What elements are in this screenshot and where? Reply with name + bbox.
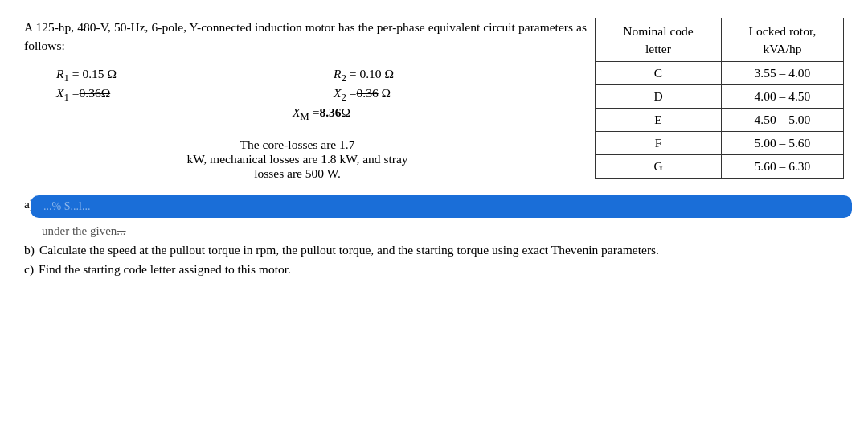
- param-X2: X2 =0.36 Ω: [334, 86, 587, 104]
- kva-table: Nominal codeletter Locked rotor,kVA/hp C…: [595, 18, 844, 179]
- part-c-text: Find the starting code letter assigned t…: [39, 262, 291, 277]
- page-container: A 125-hp, 480-V, 50-Hz, 6-pole, Y-connec…: [0, 0, 868, 427]
- table-cell-range: 3.55 – 4.00: [721, 62, 843, 85]
- redacted-highlight: ...% S...l...: [31, 195, 852, 218]
- part-a-container: a) ...% S...l...: [24, 187, 844, 221]
- part-b-text: Calculate the speed at the pullout torqu…: [39, 243, 659, 257]
- table-row: G 5.60 – 6.30: [596, 155, 844, 179]
- R2-label: R2 = 0.10 Ω: [334, 67, 394, 84]
- bottom-section: a) ...% S...l... under the given... b) C…: [24, 187, 844, 277]
- part-a-sub: under the given...: [42, 224, 126, 237]
- part-a-subtext: under the given...: [24, 224, 844, 238]
- part-c-container: c) Find the starting code letter assigne…: [24, 262, 844, 277]
- table-cell-range: 4.50 – 5.00: [721, 109, 843, 132]
- table-row: E 4.50 – 5.00: [596, 109, 844, 132]
- table-col1-header: Nominal codeletter: [596, 18, 722, 62]
- table-cell-letter: F: [596, 132, 722, 155]
- top-section: A 125-hp, 480-V, 50-Hz, 6-pole, Y-connec…: [24, 18, 844, 181]
- right-column: Nominal codeletter Locked rotor,kVA/hp C…: [595, 18, 844, 179]
- table-cell-letter: D: [596, 85, 722, 109]
- part-b-label: b): [24, 243, 35, 257]
- table-cell-letter: C: [596, 62, 722, 85]
- param-R2: R2 = 0.10 Ω: [334, 67, 587, 84]
- table-col2-header: Locked rotor,kVA/hp: [721, 18, 843, 62]
- param-R1: R1 = 0.15 Ω: [56, 67, 309, 84]
- left-column: A 125-hp, 480-V, 50-Hz, 6-pole, Y-connec…: [24, 18, 595, 181]
- table-cell-range: 5.60 – 6.30: [721, 155, 843, 179]
- intro-text: A 125-hp, 480-V, 50-Hz, 6-pole, Y-connec…: [24, 18, 587, 55]
- param-XM: XM =8.36Ω: [56, 105, 587, 123]
- params-block: R1 = 0.15 Ω R2 = 0.10 Ω X1 =0.36Ω X2 =0.…: [24, 67, 587, 123]
- table-cell-letter: G: [596, 155, 722, 179]
- table-cell-range: 5.00 – 5.60: [721, 132, 843, 155]
- table-row: D 4.00 – 4.50: [596, 85, 844, 109]
- part-b-container: b) Calculate the speed at the pullout to…: [24, 243, 844, 257]
- table-row: C 3.55 – 4.00: [596, 62, 844, 85]
- table-cell-letter: E: [596, 109, 722, 132]
- param-X1: X1 =0.36Ω: [56, 86, 309, 104]
- part-c-label: c): [24, 262, 34, 277]
- XM-label: XM =8.36Ω: [293, 105, 350, 123]
- redacted-bar: ...% S...l...: [39, 195, 844, 218]
- X2-label: X2 =0.36 Ω: [334, 86, 391, 104]
- redacted-text: ...% S...l...: [43, 200, 90, 213]
- table-cell-range: 4.00 – 4.50: [721, 85, 843, 109]
- table-row: F 5.00 – 5.60: [596, 132, 844, 155]
- X1-label: X1 =0.36Ω: [56, 86, 110, 104]
- R1-label: R1 = 0.15 Ω: [56, 67, 117, 84]
- core-losses: The core-losses are 1.7kW, mechanical lo…: [24, 138, 587, 181]
- core-losses-text: The core-losses are 1.7kW, mechanical lo…: [186, 138, 407, 180]
